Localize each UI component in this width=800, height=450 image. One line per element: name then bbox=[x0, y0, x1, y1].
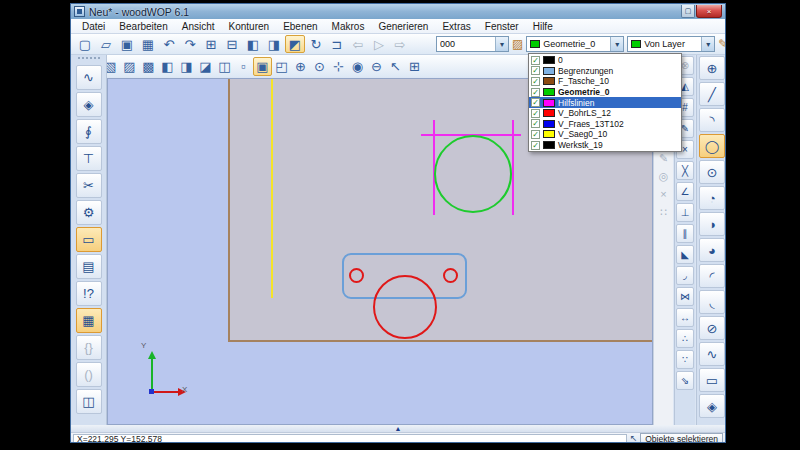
select-cursor-button[interactable]: ↖ bbox=[386, 57, 405, 76]
circular-saw-macro-button[interactable]: ⚙ bbox=[76, 200, 102, 225]
view-3d-button[interactable]: ◩ bbox=[285, 35, 305, 53]
group-braces-button[interactable]: {} bbox=[76, 335, 102, 360]
copy-layer-button[interactable]: ⊟ bbox=[222, 35, 242, 53]
layer-visibility-checkbox[interactable]: ✓ bbox=[531, 77, 540, 86]
geometry-circle-green[interactable] bbox=[434, 135, 512, 213]
arc-tangent-button[interactable]: ◟ bbox=[699, 290, 725, 314]
run-button[interactable]: ▷ bbox=[369, 35, 389, 53]
undo-button[interactable]: ↶ bbox=[159, 35, 179, 53]
parallel-button[interactable]: ∥ bbox=[676, 224, 694, 243]
arc-center-button[interactable]: ◜ bbox=[699, 264, 725, 288]
title-bar[interactable]: Neu* - woodWOP 6.1 ▢ × bbox=[71, 4, 725, 19]
view-front-button[interactable]: ◧ bbox=[243, 35, 263, 53]
menu-makros[interactable]: Makros bbox=[325, 21, 372, 32]
fit-view-button[interactable]: ▣ bbox=[253, 57, 272, 76]
layer-visibility-checkbox[interactable]: ✓ bbox=[531, 109, 540, 118]
layer-visibility-checkbox[interactable]: ✓ bbox=[531, 66, 540, 75]
layer-row-v-fraes[interactable]: ✓ V_Fraes_13T102 bbox=[529, 119, 681, 130]
view-cube-dashed-button[interactable]: ▫ bbox=[234, 57, 253, 76]
view-cube-left-button[interactable]: ▩ bbox=[139, 57, 158, 76]
new-layer-button[interactable]: ⊞ bbox=[201, 35, 221, 53]
stretch-button[interactable]: ↔ bbox=[676, 308, 694, 327]
spline-macro-button[interactable]: ∿ bbox=[699, 342, 725, 366]
draw-pencil-button[interactable]: ✎ bbox=[656, 150, 672, 166]
layer-visibility-checkbox[interactable]: ✓ bbox=[531, 56, 540, 65]
layer-visibility-checkbox[interactable]: ✓ bbox=[531, 141, 540, 150]
layer-row-f-tasche[interactable]: ✓ F_Tasche_10 bbox=[529, 76, 681, 87]
layer-visibility-checkbox[interactable]: ✓ bbox=[531, 130, 540, 139]
circle-3point-button[interactable]: ◑ bbox=[699, 212, 725, 236]
fillet-button[interactable]: ◞ bbox=[676, 266, 694, 285]
point-macro-button[interactable]: ⊕ bbox=[699, 56, 725, 80]
fill-color-icon[interactable]: ▨ bbox=[512, 37, 523, 51]
rectangle-macro-button[interactable]: ▭ bbox=[699, 368, 725, 392]
rectangle-pocket-macro-button[interactable]: ▭ bbox=[76, 227, 102, 252]
trim-element-button[interactable]: ╳ bbox=[676, 161, 694, 180]
chevron-down-icon[interactable]: ▾ bbox=[495, 37, 508, 51]
menu-ebenen[interactable]: Ebenen bbox=[276, 21, 324, 32]
saw-line-yellow[interactable] bbox=[271, 79, 273, 298]
view-side-button[interactable]: ◨ bbox=[264, 35, 284, 53]
redo-button[interactable]: ↷ bbox=[180, 35, 200, 53]
zoom-in-button[interactable]: ⊕ bbox=[291, 57, 310, 76]
chamfer-button[interactable]: ◣ bbox=[676, 245, 694, 264]
view-cube-back-button[interactable]: ◨ bbox=[177, 57, 196, 76]
circle-center-radius-button[interactable]: ⊙ bbox=[699, 160, 725, 184]
polyline-node-button[interactable]: ∴ bbox=[676, 329, 694, 348]
angle-dimension-button[interactable]: ∠ bbox=[676, 182, 694, 201]
drill-macro-button[interactable]: ∮ bbox=[76, 119, 102, 144]
group-parens-button[interactable]: () bbox=[76, 362, 102, 387]
menu-extras[interactable]: Extras bbox=[435, 21, 477, 32]
close-button[interactable]: × bbox=[696, 5, 722, 18]
layer-row-werkstk[interactable]: ✓ Werkstk_19 bbox=[529, 140, 681, 151]
menu-bearbeiten[interactable]: Bearbeiten bbox=[112, 21, 174, 32]
layer-row-geometrie[interactable]: ✓ Geometrie_0 bbox=[529, 87, 681, 98]
cross-button[interactable]: × bbox=[656, 186, 672, 202]
ring-button[interactable]: ◎ bbox=[656, 168, 672, 184]
chevron-down-icon[interactable]: ▾ bbox=[701, 37, 714, 51]
menu-konturen[interactable]: Konturen bbox=[222, 21, 277, 32]
zoom-previous-button[interactable]: ⊖ bbox=[367, 57, 386, 76]
open-button[interactable]: ▱ bbox=[96, 35, 116, 53]
snap-grid-button[interactable]: ⊞ bbox=[405, 57, 424, 76]
layer-visibility-checkbox[interactable]: ✓ bbox=[531, 88, 540, 97]
comment-button[interactable]: !? bbox=[76, 281, 102, 306]
step-back-button[interactable]: ⇦ bbox=[348, 35, 368, 53]
layer-row-begrenzungen[interactable]: ✓ Begrenzungen bbox=[529, 66, 681, 77]
postprocessor-button[interactable]: ⊐ bbox=[327, 35, 347, 53]
arc-macro-button[interactable]: ◝ bbox=[699, 108, 725, 132]
vertical-drill-macro-button[interactable]: ⊤ bbox=[76, 146, 102, 171]
layer-row-v-bohrls[interactable]: ✓ V_BohrLS_12 bbox=[529, 108, 681, 119]
view-cube-iso-button[interactable]: ◫ bbox=[215, 57, 234, 76]
drill-hole-left[interactable] bbox=[349, 268, 364, 283]
layer-row-0[interactable]: ✓ 0 bbox=[529, 55, 681, 66]
contour-macro-button[interactable]: ∿ bbox=[76, 65, 102, 90]
export-contour-button[interactable]: ⇘ bbox=[676, 371, 694, 390]
save-button[interactable]: ▦ bbox=[138, 35, 158, 53]
drill-hole-right[interactable] bbox=[443, 268, 458, 283]
view-cube-right-button[interactable]: ◧ bbox=[158, 57, 177, 76]
view-cube-front-button[interactable]: ▨ bbox=[120, 57, 139, 76]
layer-row-hilfslinien[interactable]: ✓ Hilfslinien bbox=[529, 97, 681, 108]
circle-2point-button[interactable]: ◔ bbox=[699, 186, 725, 210]
components-button[interactable]: ▦ bbox=[76, 308, 102, 333]
block-button[interactable]: ◫ bbox=[76, 389, 102, 414]
selection-mode-button[interactable]: Objekte selektieren bbox=[640, 433, 723, 443]
zoom-dynamic-button[interactable]: ◉ bbox=[348, 57, 367, 76]
zoom-window-button[interactable]: ⊙ bbox=[310, 57, 329, 76]
layer-visibility-checkbox[interactable]: ✓ bbox=[531, 98, 540, 107]
line-macro-button[interactable]: ╱ bbox=[699, 82, 725, 106]
new-component-button[interactable]: ▣ bbox=[117, 35, 137, 53]
drill-circle-large[interactable] bbox=[373, 275, 437, 339]
layer-row-v-saeg[interactable]: ✓ V_Saeg0_10 bbox=[529, 129, 681, 140]
color-tool-icon[interactable]: ✎ bbox=[718, 37, 726, 51]
circle-tangent-button[interactable]: ◕ bbox=[699, 238, 725, 262]
mirror-button[interactable]: ⋈ bbox=[676, 287, 694, 306]
menu-generieren[interactable]: Generieren bbox=[371, 21, 435, 32]
saw-macro-button[interactable]: ✂ bbox=[76, 173, 102, 198]
ellipse-macro-button[interactable]: ⊘ bbox=[699, 316, 725, 340]
menu-fenster[interactable]: Fenster bbox=[478, 21, 526, 32]
menu-hilfe[interactable]: Hilfe bbox=[526, 21, 560, 32]
toolbar-grip[interactable] bbox=[78, 57, 100, 61]
section-view-button[interactable]: ◰ bbox=[272, 57, 291, 76]
